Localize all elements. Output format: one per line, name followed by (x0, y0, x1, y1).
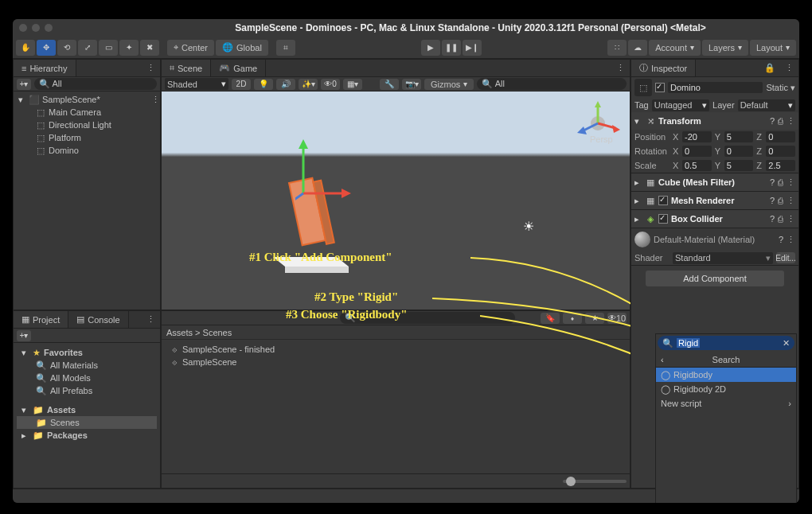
grid-toggle[interactable]: ▦▾ (343, 79, 362, 90)
hierarchy-item[interactable]: ⬚Platform (14, 131, 160, 144)
move-gizmo[interactable] (295, 138, 359, 201)
rect-tool-button[interactable]: ▭ (99, 40, 118, 56)
scale-tool-button[interactable]: ⤢ (78, 40, 97, 56)
step-button[interactable]: ▶❙ (463, 40, 482, 56)
hidden-packages-icon[interactable]: 👁10 (607, 313, 627, 324)
scl-y-input[interactable]: 5 (724, 160, 754, 171)
shader-edit-button[interactable]: Edit... (776, 252, 795, 263)
box-collider-component[interactable]: ▸◈Box Collider?⎙⋮ (631, 210, 798, 228)
tag-dropdown[interactable]: Untagged▾ (652, 99, 709, 111)
gizmos-dropdown[interactable]: Gizmos ▾ (424, 79, 474, 90)
back-icon[interactable]: ‹ (661, 355, 664, 364)
lighting-toggle[interactable]: 💡 (254, 79, 273, 90)
scene-viewport[interactable]: Persp ☀ #1 Click "Add Component" #2 Type… (162, 92, 630, 310)
shading-dropdown[interactable]: Shaded▾ (165, 78, 228, 90)
mesh-filter-component[interactable]: ▸▦Cube (Mesh Filter)?⎙⋮ (631, 173, 798, 191)
project-breadcrumb[interactable]: Assets > Scenes (162, 325, 630, 340)
audio-toggle[interactable]: 🔊 (276, 79, 295, 90)
scene-tab[interactable]: ⌗Scene (162, 60, 211, 76)
help-icon[interactable]: ? (779, 235, 783, 244)
favorite-item[interactable]: 🔍All Models (17, 372, 157, 384)
popup-item-newscript[interactable]: New script› (656, 396, 796, 411)
create-dropdown[interactable]: +▾ (17, 330, 31, 341)
zoom-window-icon[interactable] (45, 24, 53, 32)
thumbnail-size-slider[interactable] (563, 480, 627, 483)
orientation-gizmo[interactable]: Persp (576, 101, 620, 146)
component-menu-icon[interactable]: ⋮ (787, 235, 795, 245)
hidden-toggle[interactable]: 👁0 (321, 79, 340, 90)
shader-dropdown[interactable]: Standard▾ (673, 252, 773, 264)
lock-icon[interactable]: 🔒 (759, 63, 780, 73)
transform-tool-button[interactable]: ✦ (119, 40, 139, 56)
asset-file[interactable]: ⟐SampleScene (165, 356, 627, 368)
console-tab[interactable]: ▤Console (68, 311, 128, 328)
scene-search[interactable]: 🔍 All (477, 78, 627, 90)
tab-menu-icon[interactable]: ⋮ (142, 63, 160, 73)
hierarchy-tab[interactable]: ≡Hierarchy (14, 60, 76, 76)
game-tab[interactable]: 🎮Game (211, 60, 266, 76)
hierarchy-item[interactable]: ⬚Main Camera (14, 106, 160, 119)
scl-x-input[interactable]: 0.5 (682, 160, 712, 171)
tab-menu-icon[interactable]: ⋮ (142, 314, 160, 325)
account-dropdown[interactable]: Account ▾ (649, 40, 701, 56)
fx-toggle[interactable]: ✨▾ (299, 79, 318, 90)
asset-file[interactable]: ⟐SampleScene - finished (165, 343, 627, 356)
assets-child[interactable]: 📁Scenes (17, 416, 157, 429)
filter-type-icon[interactable]: 🔖 (541, 313, 560, 324)
move-tool-button[interactable]: ✥ (37, 40, 56, 56)
rot-y-input[interactable]: 0 (724, 146, 754, 157)
camera-toggle[interactable]: 📷▾ (402, 79, 421, 90)
rot-z-input[interactable]: 0 (766, 146, 795, 157)
layer-dropdown[interactable]: Default▾ (738, 99, 795, 111)
tab-menu-icon[interactable]: ⋮ (780, 63, 798, 73)
rot-x-input[interactable]: 0 (682, 146, 712, 157)
pivot-mode-button[interactable]: ⌖Center (167, 40, 214, 56)
inspector-tab[interactable]: ⓘInspector (631, 60, 696, 76)
pos-y-input[interactable]: 5 (724, 131, 754, 142)
hand-tool-button[interactable]: ✋ (16, 40, 35, 56)
popup-item-rigidbody[interactable]: ◯Rigidbody (656, 368, 796, 382)
packages-folder[interactable]: ▸📁Packages (17, 429, 157, 442)
rotate-tool-button[interactable]: ⟲ (57, 40, 76, 56)
play-button[interactable]: ▶ (421, 40, 440, 56)
tools-toggle[interactable]: 🔧 (380, 79, 399, 90)
cloud-button[interactable]: ☁ (628, 40, 647, 56)
scene-row[interactable]: ▾⬛SampleScene*⋮ (14, 93, 160, 106)
add-component-button[interactable]: Add Component (646, 271, 784, 286)
component-search-input[interactable]: 🔍 Rigid ✕ (658, 336, 794, 350)
active-checkbox[interactable] (655, 83, 665, 92)
pause-button[interactable]: ❚❚ (442, 40, 461, 56)
scene-menu-icon[interactable]: ⋮ (151, 95, 160, 105)
project-tab[interactable]: ▦Project (14, 311, 68, 328)
collab-button[interactable]: ∷ (607, 40, 627, 56)
pos-x-input[interactable]: -20 (682, 131, 712, 142)
clear-search-icon[interactable]: ✕ (783, 338, 790, 349)
static-dropdown[interactable]: Static ▾ (766, 83, 795, 93)
hierarchy-item[interactable]: ⬚Directional Light (14, 119, 160, 131)
gameobject-name-input[interactable]: Domino (668, 82, 763, 93)
layers-dropdown[interactable]: Layers ▾ (702, 40, 748, 56)
popup-item-rigidbody2d[interactable]: ◯Rigidbody 2D (656, 382, 796, 396)
layout-dropdown[interactable]: Layout ▾ (750, 40, 796, 56)
custom-tool-button[interactable]: ✖ (140, 40, 159, 56)
renderer-enabled-checkbox[interactable] (658, 196, 668, 205)
close-window-icon[interactable] (19, 24, 27, 32)
pos-z-input[interactable]: 0 (766, 131, 795, 142)
mesh-renderer-component[interactable]: ▸▦Mesh Renderer?⎙⋮ (631, 192, 798, 209)
2d-toggle[interactable]: 2D (232, 79, 251, 90)
favorite-item[interactable]: 🔍All Materials (17, 359, 157, 372)
minimize-window-icon[interactable] (32, 24, 40, 32)
snap-button[interactable]: ⌗ (276, 40, 295, 56)
favorite-item[interactable]: 🔍All Prefabs (17, 384, 157, 397)
collider-enabled-checkbox[interactable] (658, 214, 668, 224)
create-dropdown[interactable]: +▾ (17, 79, 31, 90)
filter-label-icon[interactable]: ⬧ (563, 313, 582, 324)
scl-z-input[interactable]: 2.5 (766, 160, 795, 171)
favorites-folder[interactable]: ▾★Favorites (17, 346, 157, 359)
tab-menu-icon[interactable]: ⋮ (611, 63, 630, 73)
help-icon[interactable]: ? (770, 116, 775, 126)
assets-folder[interactable]: ▾📁Assets (17, 403, 157, 416)
save-filter-icon[interactable]: ★ (585, 313, 604, 324)
preset-icon[interactable]: ⎙ (778, 116, 783, 126)
hierarchy-item[interactable]: ⬚Domino (14, 144, 160, 157)
